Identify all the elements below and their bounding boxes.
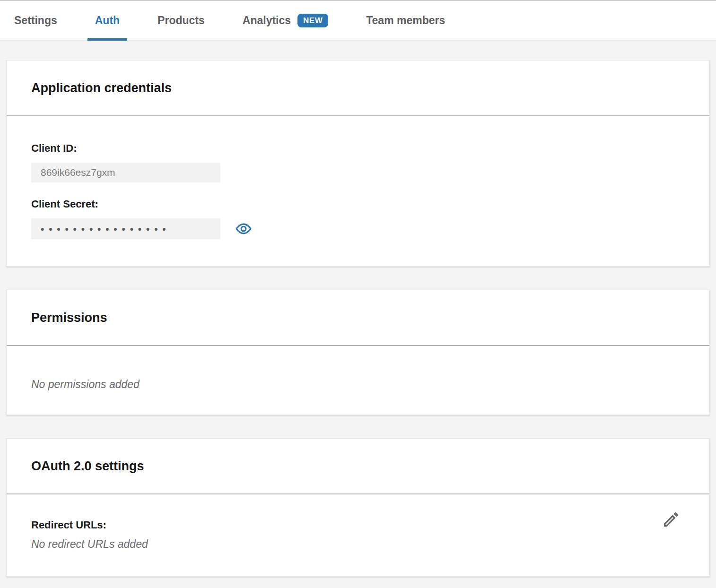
permissions-body: No permissions added (7, 346, 709, 415)
tab-auth-label: Auth (95, 14, 120, 27)
tab-products-label: Products (157, 14, 205, 27)
redirect-urls-empty-text: No redirect URLs added (31, 538, 685, 551)
client-id-value: 869ik66esz7gxm (41, 167, 115, 178)
permissions-card: Permissions No permissions added (6, 290, 710, 415)
client-secret-masked-value: •••••••••••••••• (41, 223, 170, 234)
oauth-settings-card: OAuth 2.0 settings Redirect URLs: No red… (6, 438, 710, 577)
redirect-urls-label: Redirect URLs: (31, 519, 685, 531)
oauth-settings-header: OAuth 2.0 settings (7, 439, 709, 494)
eye-icon (236, 221, 252, 237)
tab-analytics[interactable]: Analytics NEW (243, 1, 328, 40)
client-secret-label: Client Secret: (31, 198, 685, 210)
reveal-secret-button[interactable] (236, 221, 252, 237)
application-credentials-title: Application credentials (31, 81, 172, 95)
oauth-settings-body: Redirect URLs: No redirect URLs added (7, 494, 709, 576)
permissions-empty-text: No permissions added (31, 378, 685, 391)
tab-bar: Settings Auth Products Analytics NEW Tea… (0, 0, 716, 41)
application-credentials-card: Application credentials Client ID: 869ik… (6, 60, 710, 267)
client-id-field[interactable]: 869ik66esz7gxm (31, 163, 220, 182)
client-secret-row: •••••••••••••••• (31, 218, 685, 239)
tab-products[interactable]: Products (157, 1, 205, 40)
edit-redirect-urls-button[interactable] (660, 509, 682, 530)
permissions-title: Permissions (31, 311, 107, 325)
pencil-icon (662, 510, 681, 529)
oauth-settings-title: OAuth 2.0 settings (31, 459, 144, 474)
tab-analytics-label: Analytics (243, 14, 291, 27)
new-badge: NEW (297, 14, 328, 27)
page-content: Application credentials Client ID: 869ik… (0, 41, 716, 577)
application-credentials-body: Client ID: 869ik66esz7gxm Client Secret:… (7, 116, 709, 266)
tab-team-members-label: Team members (366, 14, 445, 27)
tab-settings-label: Settings (14, 14, 57, 27)
client-secret-field[interactable]: •••••••••••••••• (31, 218, 220, 239)
client-id-label: Client ID: (31, 142, 685, 155)
tab-settings[interactable]: Settings (14, 1, 57, 40)
tab-auth[interactable]: Auth (95, 1, 120, 40)
permissions-header: Permissions (7, 290, 709, 346)
tab-team-members[interactable]: Team members (366, 1, 445, 40)
application-credentials-header: Application credentials (7, 61, 709, 116)
